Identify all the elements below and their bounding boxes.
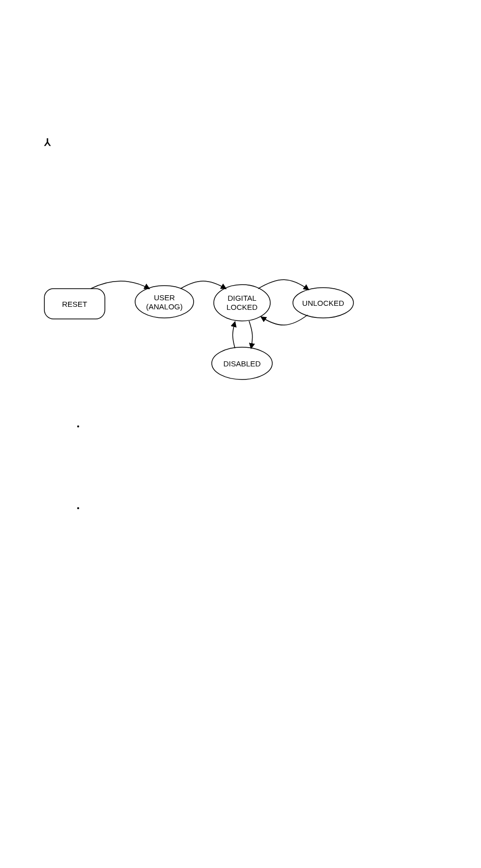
state-digital-label1: DIGITAL: [227, 294, 256, 302]
edge-reset-user: [91, 281, 149, 289]
state-reset-label: RESET: [62, 300, 87, 308]
state-user-label2: (ANALOG): [146, 302, 183, 311]
state-unlocked-label: UNLOCKED: [302, 299, 344, 307]
edge-unlocked-digital: [261, 315, 308, 325]
page: ⅄ RESET USER (ANALOG) DIGITAL LOCKED UNL…: [0, 0, 481, 868]
edge-digital-unlocked: [258, 280, 309, 290]
state-disabled-label: DISABLED: [223, 359, 261, 368]
edge-user-digital: [181, 281, 226, 289]
state-user-label1: USER: [154, 293, 175, 302]
bullet-list: [65, 422, 85, 585]
edge-digital-disabled: [249, 321, 253, 348]
edge-disabled-digital: [233, 322, 235, 348]
state-digital-label2: LOCKED: [226, 303, 258, 311]
